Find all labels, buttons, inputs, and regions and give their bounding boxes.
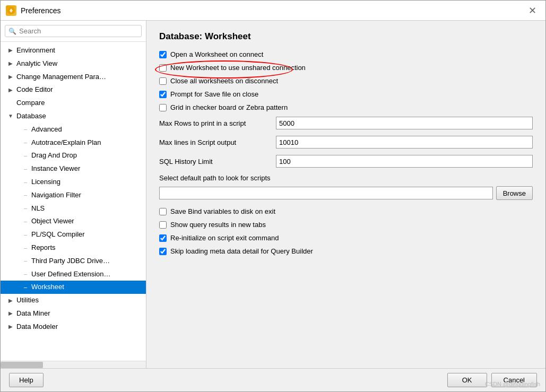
sidebar-item-db-advanced[interactable]: –Advanced [1, 123, 146, 136]
sidebar-item-db-plsql[interactable]: –PL/SQL Compiler [1, 228, 146, 241]
sidebar-item-label: User Defined Extension… [31, 269, 111, 280]
checkbox-row-show-query: Show query results in new tabs [159, 221, 533, 229]
leaf-icon: – [22, 126, 29, 133]
field-label-max-rows: Max Rows to print in a script [159, 119, 271, 127]
leaf-icon: – [22, 165, 29, 173]
footer-left: Help [9, 373, 44, 387]
sidebar-item-compare[interactable]: Compare [1, 97, 146, 110]
title-bar: Preferences ✕ [1, 1, 545, 21]
preferences-window: Preferences ✕ 🔍 ▶Environment▶Analytic Vi… [0, 0, 546, 392]
sidebar-item-database[interactable]: ▼Database [1, 110, 146, 123]
sidebar-item-db-autotrace[interactable]: –Autotrace/Explain Plan [1, 136, 146, 150]
sidebar-item-label: Utilities [16, 295, 39, 306]
sidebar-item-label: Change Management Para… [16, 72, 106, 83]
checkbox-row-prompt-save: Prompt for Save file on close [159, 90, 533, 98]
field-row-max-rows: Max Rows to print in a script [159, 117, 533, 129]
horizontal-scrollbar[interactable] [1, 361, 146, 368]
sidebar-item-db-nls[interactable]: –NLS [1, 202, 146, 215]
sidebar-item-db-worksheet[interactable]: –Worksheet [1, 281, 146, 294]
sidebar-item-label: Object Viewer [31, 216, 74, 227]
sidebar-item-label: Drag And Drop [31, 150, 77, 161]
sidebar-item-db-reports[interactable]: –Reports [1, 241, 146, 255]
sidebar-item-db-user-defined[interactable]: –User Defined Extension… [1, 268, 146, 281]
checkbox-row-close-worksheets: Close all worksheets on disconnect [159, 77, 533, 85]
ok-button[interactable]: OK [447, 373, 487, 387]
checkboxes-group2: Save Bind variables to disk on exitShow … [159, 207, 533, 255]
sidebar-item-label: Third Party JDBC Drive… [31, 256, 110, 267]
browse-button[interactable]: Browse [496, 186, 533, 200]
sidebar-item-analytic-view[interactable]: ▶Analytic View [1, 57, 146, 71]
sidebar-item-label: Advanced [31, 124, 62, 135]
checkbox-label-new-worksheet: New Worksheet to use unshared connection [170, 64, 306, 72]
sidebar-item-db-instance-viewer[interactable]: –Instance Viewer [1, 162, 146, 176]
checkbox-save-bind[interactable] [159, 208, 167, 215]
field-input-max-lines[interactable] [276, 136, 533, 149]
checkbox-label-close-worksheets: Close all worksheets on disconnect [170, 77, 278, 85]
leaf-icon: – [22, 178, 29, 186]
close-button[interactable]: ✕ [524, 3, 540, 19]
checkbox-open-worksheet[interactable] [159, 51, 167, 58]
checkbox-prompt-save[interactable] [159, 91, 167, 98]
sidebar-item-data-miner[interactable]: ▶Data Miner [1, 307, 146, 320]
checkbox-show-query[interactable] [159, 221, 167, 229]
sidebar-item-db-licensing[interactable]: –Licensing [1, 176, 146, 189]
expand-icon: ▶ [7, 47, 14, 54]
sidebar-item-change-mgmt[interactable]: ▶Change Management Para… [1, 71, 146, 84]
cancel-button[interactable]: Cancel [491, 373, 537, 387]
sidebar-item-label: Autotrace/Explain Plan [31, 137, 101, 149]
leaf-icon: – [22, 271, 29, 278]
checkboxes-group1: Open a Worksheet on connectNew Worksheet… [159, 50, 533, 111]
checkbox-label-open-worksheet: Open a Worksheet on connect [170, 50, 263, 58]
leaf-icon: – [22, 139, 29, 146]
panel-title: Database: Worksheet [159, 31, 533, 42]
sidebar-item-utilities[interactable]: ▶Utilities [1, 294, 146, 307]
field-input-max-rows[interactable] [276, 117, 533, 129]
main-panel: Database: Worksheet Open a Worksheet on … [146, 21, 545, 368]
path-input[interactable] [159, 187, 493, 199]
checkbox-grid-checker[interactable] [159, 104, 167, 111]
sidebar-item-label: Navigation Filter [31, 190, 81, 201]
sidebar-item-label: Instance Viewer [31, 163, 80, 175]
sidebar-item-code-editor[interactable]: ▶Code Editor [1, 83, 146, 97]
leaf-icon: – [22, 231, 29, 239]
sidebar-item-environment[interactable]: ▶Environment [1, 44, 146, 57]
checkbox-row-skip-loading: Skip loading meta data detail for Query … [159, 247, 533, 255]
search-input-wrap: 🔍 [5, 25, 142, 37]
search-input[interactable] [19, 27, 138, 35]
leaf-icon: – [22, 191, 29, 199]
expand-icon: ▼ [7, 112, 14, 120]
sidebar-item-label: Analytic View [16, 58, 57, 69]
sidebar-item-data-modeler[interactable]: ▶Data Modeler [1, 320, 146, 334]
checkbox-row-new-worksheet: New Worksheet to use unshared connection [159, 64, 533, 72]
checkbox-reinitialize[interactable] [159, 234, 167, 242]
leaf-icon: – [22, 244, 29, 251]
leaf-icon [7, 100, 14, 107]
checkbox-new-worksheet[interactable] [159, 64, 167, 72]
sidebar-item-db-object-viewer[interactable]: –Object Viewer [1, 215, 146, 228]
footer-right: OK Cancel [447, 373, 537, 387]
sidebar-item-db-nav-filter[interactable]: –Navigation Filter [1, 189, 146, 202]
checkbox-label-show-query: Show query results in new tabs [170, 221, 266, 229]
expand-icon: ▶ [7, 323, 14, 330]
sidebar-item-label: Reports [31, 242, 56, 254]
tree-area[interactable]: ▶Environment▶Analytic View▶Change Manage… [1, 42, 146, 361]
checkbox-row-reinitialize: Re-initialize on script exit command [159, 234, 533, 242]
sidebar-item-db-drag-drop[interactable]: –Drag And Drop [1, 149, 146, 162]
checkbox-label-prompt-save: Prompt for Save file on close [170, 90, 258, 98]
field-input-sql-history[interactable] [276, 155, 533, 168]
leaf-icon: – [22, 284, 29, 291]
content-area: 🔍 ▶Environment▶Analytic View▶Change Mana… [1, 21, 545, 368]
help-button[interactable]: Help [9, 373, 44, 387]
checkbox-label-reinitialize: Re-initialize on script exit command [170, 234, 279, 242]
field-row-max-lines: Max lines in Script output [159, 136, 533, 149]
sidebar-item-label: Environment [16, 45, 55, 56]
checkbox-close-worksheets[interactable] [159, 77, 167, 85]
checkbox-skip-loading[interactable] [159, 248, 167, 255]
checkbox-row-open-worksheet: Open a Worksheet on connect [159, 50, 533, 58]
checkbox-label-save-bind: Save Bind variables to disk on exit [170, 207, 275, 215]
sidebar: 🔍 ▶Environment▶Analytic View▶Change Mana… [1, 21, 146, 368]
path-section-label: Select default path to look for scripts [159, 174, 533, 182]
sidebar-item-db-third-party[interactable]: –Third Party JDBC Drive… [1, 255, 146, 268]
sidebar-item-label: PL/SQL Compiler [31, 229, 85, 240]
checkbox-row-grid-checker: Grid in checker board or Zebra pattern [159, 103, 533, 111]
